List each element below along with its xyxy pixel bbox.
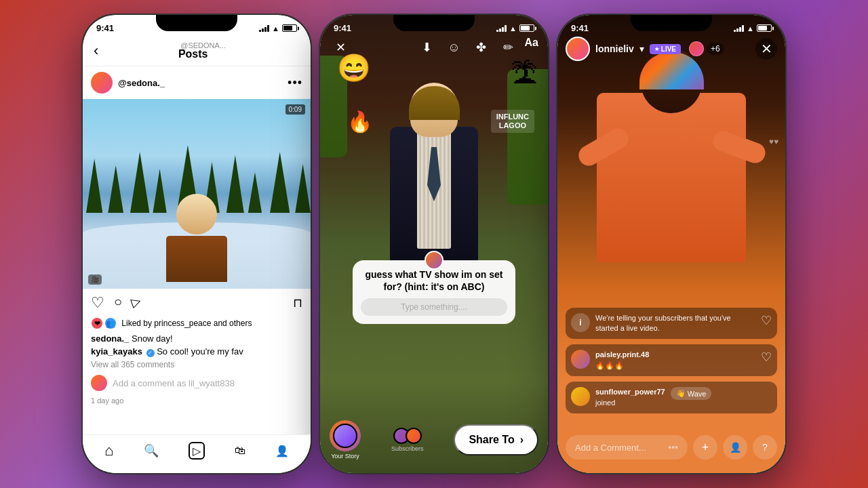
dropdown-chevron[interactable]: ▾	[639, 43, 644, 54]
add-viewer-button[interactable]: +	[693, 435, 717, 460]
sticker-button[interactable]: ✤	[471, 37, 492, 58]
phone-1: 9:41 ▲ ‹ @SEDO	[81, 14, 312, 474]
add-comment-row: Add a comment as lil_wyatt838	[83, 371, 311, 395]
commenter-avatar	[91, 375, 107, 391]
posts-header: ‹ @SEDONA... Posts	[83, 36, 311, 66]
viewers-count: +6	[707, 43, 724, 55]
comment-placeholder: Add a Comment...	[575, 443, 646, 453]
emoji-button[interactable]: ☺	[443, 37, 465, 58]
comment-button[interactable]: ○	[114, 294, 122, 312]
your-story-label: Your Story	[331, 453, 359, 460]
close-live-button[interactable]: ✕	[755, 38, 777, 60]
bottom-nav: ⌂ 🔍 ▷ 🛍 👤	[83, 434, 311, 473]
phones-container: 9:41 ▲ ‹ @SEDO	[0, 0, 868, 488]
phone-2: 9:41 ▲	[319, 14, 549, 474]
live-person	[583, 49, 760, 333]
phone-3: 9:41 ▲	[556, 14, 787, 474]
qa-input-placeholder[interactable]: Type something....	[361, 298, 507, 316]
signal-icon-1	[259, 25, 269, 32]
commenter-name-1[interactable]: paisley.print.48	[595, 350, 649, 360]
wifi-icon-2: ▲	[509, 24, 517, 33]
qa-avatar	[425, 251, 443, 270]
story-background: 9:41 ▲	[320, 15, 548, 473]
battery-icon-2	[519, 24, 534, 32]
signal-icon-3	[734, 25, 744, 32]
system-message-text: We're telling your subscribers that you'…	[595, 313, 755, 334]
story-bottom-bar: Your Story Subscribers Share To ›	[320, 420, 548, 460]
share-arrow-icon: ›	[520, 434, 524, 446]
nav-profile[interactable]: 👤	[275, 442, 289, 460]
bookmark-button[interactable]: ⊓	[293, 296, 302, 310]
status-time-1: 9:41	[96, 23, 114, 33]
signal-icon-2	[496, 25, 507, 32]
comment-content-2: sunflower_power77 joined	[595, 387, 665, 408]
live-header: lonnieliv ▾ ★ LIVE +6 ✕	[557, 37, 785, 61]
comment-more-icon[interactable]: •••	[668, 442, 678, 453]
commenter-name-2[interactable]: sunflower_power77	[595, 387, 665, 397]
nav-shop[interactable]: 🛍	[235, 442, 245, 460]
avatar-sedona	[91, 72, 113, 94]
share-to-button[interactable]: Share To ›	[454, 424, 538, 455]
status-time-2: 9:41	[334, 23, 351, 33]
subscribers-group[interactable]: Subscribers	[391, 428, 424, 452]
share-button[interactable]: ▷	[129, 293, 144, 312]
live-badge: ★ LIVE	[650, 44, 681, 54]
comment-input[interactable]: Add a Comment... •••	[566, 435, 688, 460]
info-icon: i	[571, 313, 590, 332]
phone-2-inner: 9:41 ▲	[320, 15, 548, 473]
page-title: Posts	[178, 48, 208, 60]
sign-line1: INFLUNC	[496, 113, 529, 121]
subscribers-label: Subscribers	[391, 445, 424, 452]
text-tool-button[interactable]: Aa	[525, 37, 538, 58]
your-story-group[interactable]: Your Story	[330, 420, 361, 460]
nav-home[interactable]: ⌂	[104, 442, 113, 460]
sign-line2: LAGOO	[496, 121, 529, 130]
nav-reels[interactable]: ▷	[189, 442, 205, 460]
system-heart-button[interactable]: ♡	[761, 313, 772, 328]
sticker-emoji-1[interactable]: 😄	[337, 52, 371, 84]
live-bottom-bar: Add a Comment... ••• + 👤 ?	[557, 435, 785, 460]
viewers-badge: +6	[689, 41, 724, 56]
wifi-icon-3: ▲	[747, 24, 754, 33]
live-host-avatar[interactable]	[566, 37, 590, 61]
view-all-comments[interactable]: View all 365 comments	[83, 359, 311, 371]
back-button[interactable]: ‹	[94, 42, 98, 60]
status-icons-3: ▲	[734, 24, 772, 33]
timestamp: 1 day ago	[83, 395, 311, 409]
live-username[interactable]: lonnieliv	[595, 43, 634, 54]
notch-1	[156, 15, 237, 31]
add-comment-placeholder[interactable]: Add a comment as lil_wyatt838	[113, 378, 235, 388]
caption-username[interactable]: sedona._	[91, 333, 129, 344]
help-button[interactable]: ?	[753, 435, 777, 460]
battery-icon-1	[282, 24, 297, 32]
caption-row: sedona._ Snow day!	[83, 332, 311, 345]
post-username[interactable]: @sedona._	[118, 78, 282, 88]
phone-3-inner: 9:41 ▲	[557, 15, 785, 473]
share-live-button[interactable]: 👤	[723, 435, 747, 460]
status-time-3: 9:41	[571, 23, 589, 33]
post-image: 0:09 🎥	[83, 99, 311, 289]
video-duration: 0:09	[285, 104, 305, 115]
snow-scene	[83, 99, 311, 289]
sticker-emoji-3[interactable]: 🔥	[347, 110, 372, 134]
commenter-username[interactable]: kyia_kayaks	[91, 346, 142, 357]
live-comment-1: paisley.print.48 🔥🔥🔥 ♡	[566, 344, 777, 376]
battery-icon-3	[757, 24, 772, 32]
nav-search[interactable]: 🔍	[144, 442, 159, 460]
draw-button[interactable]: ✏	[498, 37, 519, 58]
sticker-emoji-2[interactable]: 🏝	[511, 59, 538, 89]
post-more-button[interactable]: •••	[288, 76, 302, 90]
download-button[interactable]: ⬇	[416, 37, 438, 58]
post-person	[166, 194, 227, 282]
commenter-avatar-1	[571, 350, 590, 369]
comment-heart-1[interactable]: ♡	[761, 350, 772, 365]
status-bar-3: 9:41 ▲	[557, 15, 785, 36]
qa-card: guess what TV show im on set for? (hint:…	[353, 260, 515, 324]
comment-text: So cool! you're my fav	[157, 346, 243, 357]
comment-row: kyia_kayaks ✓ So cool! you're my fav	[83, 345, 311, 359]
wave-button[interactable]: 👋 Wave	[671, 387, 712, 400]
caption-text: Snow day!	[132, 333, 173, 344]
status-icons-1: ▲	[259, 24, 297, 33]
live-background: 9:41 ▲	[557, 15, 785, 473]
like-button[interactable]: ♡	[91, 294, 104, 312]
